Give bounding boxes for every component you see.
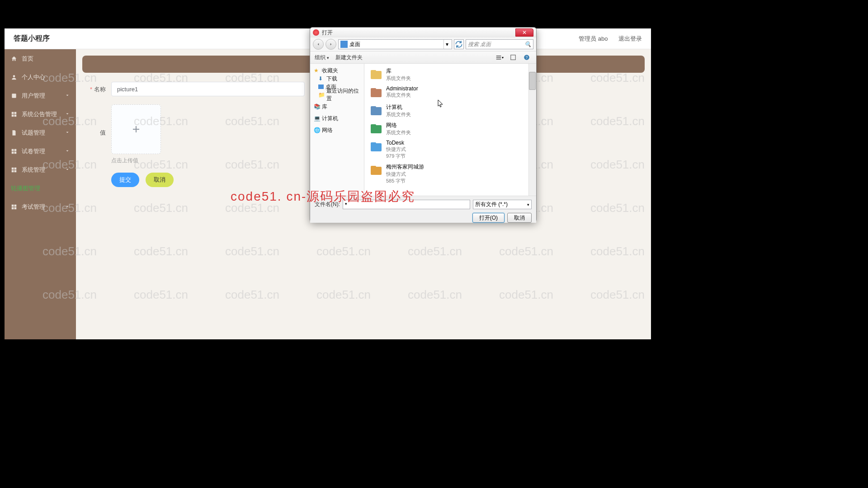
- file-sub: 系统文件夹: [386, 92, 418, 99]
- svg-rect-4: [12, 114, 14, 117]
- sidebar-item-home[interactable]: 首页: [5, 49, 76, 68]
- home-icon: [11, 56, 17, 62]
- scrollbar[interactable]: [528, 64, 536, 196]
- sidebar-item-label: 考试管理: [22, 203, 45, 211]
- watermark-overlay: code51. cn-源码乐园盗图必究: [231, 188, 415, 205]
- svg-rect-13: [14, 170, 17, 172]
- tree-downloads[interactable]: ⬇下载: [312, 75, 362, 83]
- file-list[interactable]: 库系统文件夹Administrator系统文件夹计算机系统文件夹网络系统文件夹T…: [364, 64, 536, 196]
- file-name: 梅州客家同城游: [386, 163, 424, 171]
- svg-rect-12: [12, 170, 14, 172]
- chevron-down-icon: [65, 203, 70, 210]
- open-button[interactable]: 打开(O): [472, 213, 505, 223]
- file-icon: [369, 140, 383, 154]
- search-input[interactable]: 搜索 桌面 🔍: [466, 39, 533, 49]
- chevron-down-icon: [65, 129, 70, 136]
- svg-rect-9: [14, 151, 17, 154]
- chevron-down-icon[interactable]: ▾: [443, 40, 450, 49]
- folder-tree: ★收藏夹 ⬇下载 桌面 📁最近访问的位置 📚库 💻计算机 🌐网络: [310, 64, 364, 196]
- sidebar-item-papers[interactable]: 试卷管理: [5, 142, 76, 160]
- sidebar-item-questions[interactable]: 试题管理: [5, 123, 76, 142]
- view-options-button[interactable]: ▾: [495, 53, 505, 62]
- cancel-dialog-button[interactable]: 取消: [507, 213, 532, 223]
- file-sub: 快捷方式: [386, 171, 424, 178]
- sidebar-item-label: 个人中心: [22, 73, 45, 81]
- logout-link[interactable]: 退出登录: [618, 35, 642, 42]
- svg-rect-1: [12, 94, 16, 98]
- file-item[interactable]: 计算机系统文件夹: [366, 102, 534, 120]
- search-icon: 🔍: [524, 41, 531, 47]
- svg-rect-27: [371, 70, 376, 73]
- organize-menu[interactable]: 组织: [315, 54, 329, 61]
- svg-rect-22: [496, 59, 501, 60]
- svg-rect-31: [371, 106, 376, 109]
- plus-icon: [131, 124, 142, 135]
- file-icon: [369, 85, 383, 100]
- sidebar-item-carousel[interactable]: 轮播图管理: [5, 179, 76, 197]
- grid-icon: [11, 167, 17, 173]
- svg-text:?: ?: [526, 56, 528, 60]
- tree-favorites[interactable]: ★收藏夹: [312, 66, 362, 75]
- file-item[interactable]: 梅州客家同城游快捷方式585 字节: [366, 161, 534, 186]
- svg-rect-7: [14, 149, 17, 151]
- upload-box[interactable]: [111, 104, 161, 154]
- doc-icon: [11, 130, 17, 136]
- sidebar-item-label: 轮播图管理: [11, 184, 40, 192]
- tree-recent[interactable]: 📁最近访问的位置: [312, 91, 362, 99]
- users-icon: [11, 93, 17, 99]
- filetype-select[interactable]: 所有文件 (*.*)▾: [473, 200, 532, 209]
- scrollbar-thumb[interactable]: [529, 72, 536, 90]
- tree-libraries[interactable]: 📚库: [312, 103, 362, 111]
- file-name: Administrator: [386, 85, 418, 92]
- file-name: 库: [386, 67, 411, 75]
- tree-network[interactable]: 🌐网络: [312, 126, 362, 134]
- sidebar-item-label: 试卷管理: [22, 147, 45, 155]
- sidebar: 首页 个人中心 用户管理 系统公告管理 试题管理 试卷管理 系统管理: [5, 49, 76, 339]
- refresh-button[interactable]: [454, 39, 464, 49]
- svg-rect-37: [371, 166, 376, 169]
- sidebar-item-announce[interactable]: 系统公告管理: [5, 105, 76, 123]
- file-item[interactable]: 库系统文件夹: [366, 66, 534, 84]
- file-icon: [369, 163, 383, 178]
- chevron-down-icon: [65, 111, 70, 117]
- desktop-icon: [340, 41, 348, 48]
- newfolder-button[interactable]: 新建文件夹: [335, 54, 363, 61]
- name-field[interactable]: [111, 82, 305, 96]
- sidebar-item-label: 系统公告管理: [22, 110, 57, 118]
- sidebar-item-system[interactable]: 系统管理: [5, 160, 76, 179]
- svg-rect-23: [511, 55, 516, 60]
- chevron-down-icon: [65, 166, 70, 173]
- sidebar-item-profile[interactable]: 个人中心: [5, 68, 76, 86]
- submit-button[interactable]: 提交: [111, 173, 139, 187]
- svg-rect-10: [12, 167, 14, 169]
- svg-rect-17: [14, 207, 17, 209]
- chrome-icon: [313, 29, 319, 36]
- svg-point-0: [13, 75, 15, 77]
- file-item[interactable]: Administrator系统文件夹: [366, 84, 534, 102]
- sidebar-item-users[interactable]: 用户管理: [5, 86, 76, 105]
- file-sub: 系统文件夹: [386, 111, 411, 118]
- grid-icon: [11, 148, 17, 155]
- svg-rect-20: [496, 56, 501, 56]
- admin-label[interactable]: 管理员 abo: [579, 35, 608, 42]
- path-field[interactable]: 桌面 ▾: [338, 39, 452, 49]
- sidebar-item-exam[interactable]: 考试管理: [5, 197, 76, 216]
- cursor-icon: [438, 99, 444, 110]
- nav-back-button[interactable]: [313, 39, 324, 50]
- file-icon: [369, 67, 383, 82]
- cancel-button[interactable]: 取消: [146, 173, 174, 187]
- file-item[interactable]: ToDesk快捷方式979 字节: [366, 138, 534, 161]
- close-button[interactable]: ✕: [515, 28, 533, 37]
- help-button[interactable]: ?: [522, 53, 532, 62]
- nav-forward-button[interactable]: [326, 39, 336, 50]
- file-item[interactable]: 网络系统文件夹: [366, 120, 534, 138]
- preview-pane-button[interactable]: [508, 53, 518, 62]
- chevron-down-icon: [65, 92, 70, 99]
- tree-computer[interactable]: 💻计算机: [312, 114, 362, 122]
- svg-rect-35: [371, 142, 376, 145]
- sidebar-item-label: 用户管理: [22, 92, 45, 100]
- svg-rect-2: [12, 112, 14, 114]
- svg-rect-16: [12, 207, 14, 209]
- user-icon: [11, 74, 17, 80]
- upload-hint: 点击上传值: [111, 157, 161, 164]
